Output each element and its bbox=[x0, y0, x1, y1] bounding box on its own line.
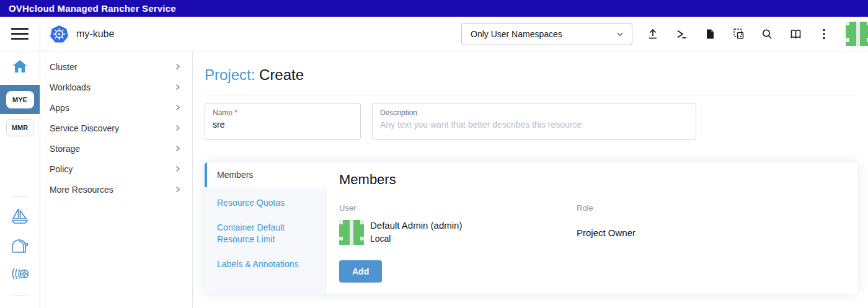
cluster-rail: MYE MMR bbox=[0, 51, 40, 308]
ovh-topbar: OVHcloud Managed Rancher Service bbox=[0, 0, 868, 17]
nav-item-more-resources[interactable]: More Resources bbox=[40, 179, 192, 200]
member-row: Default Admin (admin) Local Project Owne… bbox=[339, 220, 845, 245]
page-title-prefix: Project: bbox=[205, 66, 255, 83]
page-title-value: Create bbox=[259, 66, 304, 83]
chevron-right-icon bbox=[174, 165, 181, 172]
tab-labels-annotations[interactable]: Labels & Annotations bbox=[217, 258, 318, 270]
view-yaml-icon[interactable] bbox=[696, 22, 724, 46]
shell-spiral-icon[interactable] bbox=[9, 266, 30, 286]
chevron-right-icon bbox=[174, 84, 181, 90]
member-name: Default Admin (admin) bbox=[370, 220, 462, 231]
kubectl-shell-icon[interactable] bbox=[667, 22, 696, 46]
member-avatar bbox=[339, 220, 364, 245]
nav-item-workloads[interactable]: Workloads bbox=[40, 77, 192, 97]
name-field-container: Name * bbox=[205, 103, 361, 140]
sailboat-icon[interactable] bbox=[10, 206, 30, 226]
member-role: Project Owner bbox=[577, 227, 845, 238]
required-asterisk: * bbox=[234, 108, 237, 117]
nav-item-apps[interactable]: Apps bbox=[40, 97, 192, 118]
hamburger-menu-icon[interactable] bbox=[11, 28, 29, 40]
dome-icon[interactable] bbox=[10, 236, 30, 256]
add-member-button[interactable]: Add bbox=[339, 260, 382, 283]
nav-item-policy[interactable]: Policy bbox=[40, 159, 192, 179]
nav-right-border bbox=[192, 51, 193, 308]
home-icon[interactable] bbox=[12, 59, 28, 75]
tab-container-default-resource-limit[interactable]: Container Default Resource Limit bbox=[217, 222, 318, 245]
description-field-label: Description bbox=[380, 108, 688, 117]
upload-kubeconfig-icon[interactable] bbox=[639, 22, 667, 46]
docs-book-icon[interactable] bbox=[781, 22, 810, 46]
members-column-user: User bbox=[339, 203, 577, 213]
members-heading: Members bbox=[339, 172, 845, 188]
members-column-role: Role bbox=[577, 203, 845, 213]
chevron-right-icon bbox=[174, 186, 181, 193]
member-auth-provider: Local bbox=[370, 234, 462, 244]
rail-cluster-mye-badge: MYE bbox=[6, 91, 34, 108]
panel-tabs: Members Resource Quotas Container Defaul… bbox=[205, 162, 327, 294]
cluster-name: my-kube bbox=[76, 29, 114, 40]
chevron-right-icon bbox=[174, 145, 181, 152]
user-avatar[interactable] bbox=[846, 22, 868, 46]
kebab-menu-icon[interactable] bbox=[810, 22, 838, 46]
rail-cluster-mye[interactable]: MYE bbox=[0, 85, 40, 114]
search-icon[interactable] bbox=[753, 22, 781, 46]
nav-item-cluster[interactable]: Cluster bbox=[40, 56, 192, 77]
chevron-right-icon bbox=[174, 104, 181, 111]
tab-resource-quotas[interactable]: Resource Quotas bbox=[217, 197, 318, 209]
rail-divider bbox=[12, 296, 28, 296]
description-input[interactable] bbox=[380, 120, 688, 130]
rail-right-border bbox=[40, 17, 40, 308]
side-nav: Cluster Workloads Apps Service Discovery… bbox=[40, 51, 192, 308]
project-config-panel: Members Resource Quotas Container Defaul… bbox=[205, 162, 857, 294]
description-field-container: Description bbox=[372, 103, 696, 140]
rail-cluster-mmr[interactable]: MMR bbox=[6, 119, 34, 136]
main-content: Project: Create Name * Description bbox=[192, 51, 868, 308]
namespace-filter-dropdown[interactable]: Only User Namespaces bbox=[461, 23, 632, 45]
chevron-right-icon bbox=[174, 125, 181, 131]
nav-item-storage[interactable]: Storage bbox=[40, 138, 192, 159]
page-title: Project: Create bbox=[205, 66, 857, 84]
rail-divider bbox=[12, 196, 28, 196]
name-field-label: Name * bbox=[213, 108, 353, 117]
app-window: OVHcloud Managed Rancher Service my-kube… bbox=[0, 0, 868, 308]
name-input[interactable] bbox=[213, 120, 353, 130]
ovh-topbar-title: OVHcloud Managed Rancher Service bbox=[9, 3, 176, 14]
title-divider bbox=[205, 95, 857, 95]
nav-item-service-discovery[interactable]: Service Discovery bbox=[40, 118, 192, 138]
app-header: my-kube Only User Namespaces bbox=[0, 17, 868, 51]
namespace-filter-value: Only User Namespaces bbox=[471, 29, 562, 39]
import-yaml-icon[interactable] bbox=[724, 22, 753, 46]
chevron-down-icon bbox=[616, 30, 624, 38]
kubernetes-logo-icon[interactable] bbox=[50, 25, 69, 43]
tab-members[interactable]: Members bbox=[205, 162, 327, 187]
members-panel: Members User Role Default Admin (admin) … bbox=[327, 162, 857, 294]
chevron-right-icon bbox=[174, 63, 181, 70]
